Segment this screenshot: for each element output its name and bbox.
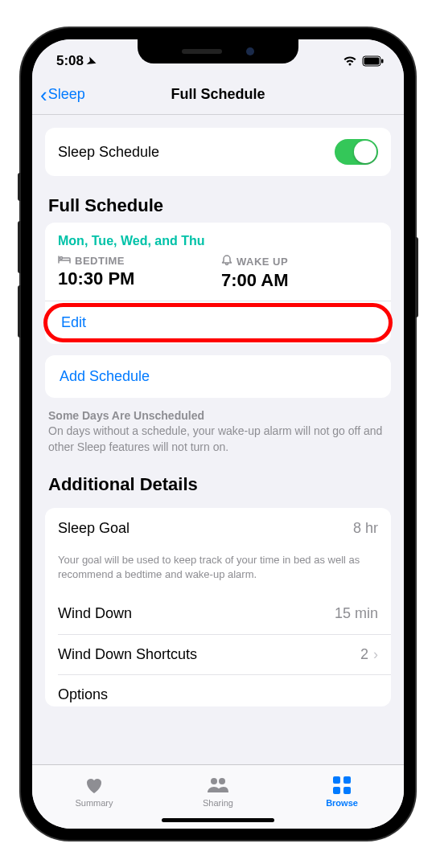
sleep-schedule-label: Sleep Schedule — [58, 144, 159, 161]
full-schedule-header: Full Schedule — [48, 195, 388, 216]
add-schedule-card: Add Schedule — [45, 355, 391, 398]
svg-rect-7 — [333, 787, 340, 794]
heart-icon — [84, 775, 105, 796]
notch — [138, 39, 298, 63]
bell-icon — [221, 255, 232, 268]
unscheduled-title: Some Days Are Unscheduled — [48, 409, 388, 422]
screen: 5:08 ➤ ‹ Sleep Full Schedule — [32, 39, 404, 829]
svg-rect-1 — [364, 58, 380, 65]
content-scroll[interactable]: Sleep Schedule Full Schedule Mon, Tue, W… — [32, 115, 404, 764]
bedtime-col: BEDTIME 10:30 PM — [58, 255, 215, 291]
power-button — [415, 237, 418, 317]
status-time: 5:08 — [56, 53, 84, 69]
wind-down-row[interactable]: Wind Down 15 min — [45, 594, 391, 634]
wifi-icon — [343, 55, 357, 67]
nav-bar: ‹ Sleep Full Schedule — [32, 75, 404, 115]
wind-down-value: 15 min — [335, 605, 378, 622]
tab-browse-label: Browse — [326, 798, 358, 808]
tab-summary-label: Summary — [75, 798, 113, 808]
options-row[interactable]: Options — [45, 675, 391, 706]
wakeup-label: WAKE UP — [237, 256, 288, 268]
tab-browse[interactable]: Browse — [280, 765, 404, 817]
tab-sharing-label: Sharing — [203, 798, 233, 808]
bedtime-value: 10:30 PM — [58, 268, 215, 289]
toggle-knob — [354, 141, 376, 163]
sleep-schedule-card: Sleep Schedule — [45, 128, 391, 176]
device-frame: 5:08 ➤ ‹ Sleep Full Schedule — [21, 28, 415, 840]
sleep-goal-label: Sleep Goal — [58, 520, 130, 537]
sleep-schedule-toggle[interactable] — [335, 139, 378, 165]
additional-details-header: Additional Details — [48, 474, 388, 495]
shortcuts-value: 2 — [360, 646, 368, 663]
sleep-goal-row[interactable]: Sleep Goal 8 hr — [45, 508, 391, 548]
bedtime-label: BEDTIME — [75, 255, 125, 267]
svg-point-4 — [219, 778, 225, 784]
add-schedule-label: Add Schedule — [60, 368, 150, 384]
unscheduled-body: On days without a schedule, your wake-up… — [48, 424, 388, 455]
people-icon — [206, 775, 230, 796]
wakeup-col: WAKE UP 7:00 AM — [221, 255, 378, 291]
location-arrow-icon: ➤ — [85, 53, 99, 68]
home-indicator[interactable] — [162, 818, 274, 822]
volume-up-button — [18, 221, 21, 273]
sleep-goal-footnote: Your goal will be used to keep track of … — [45, 548, 391, 593]
chevron-left-icon: ‹ — [40, 84, 47, 105]
wind-down-shortcuts-row[interactable]: Wind Down Shortcuts 2 › — [45, 634, 391, 674]
options-label: Options — [58, 686, 108, 703]
tab-summary[interactable]: Summary — [32, 765, 156, 817]
additional-details-card: Sleep Goal 8 hr Your goal will be used t… — [45, 508, 391, 706]
edit-schedule-button[interactable]: Edit — [45, 301, 391, 344]
chevron-right-icon: › — [373, 646, 378, 663]
back-button[interactable]: ‹ Sleep — [40, 84, 85, 105]
svg-rect-2 — [381, 59, 384, 63]
battery-icon — [362, 55, 385, 67]
schedule-days: Mon, Tue, Wed, and Thu — [58, 234, 378, 248]
add-schedule-button[interactable]: Add Schedule — [45, 355, 391, 398]
svg-rect-6 — [343, 776, 351, 784]
speaker-grille — [182, 49, 222, 54]
sleep-goal-value: 8 hr — [353, 520, 378, 537]
schedule-card: Mon, Tue, Wed, and Thu BEDTIME 10:30 PM — [45, 223, 391, 344]
tab-sharing[interactable]: Sharing — [156, 765, 280, 817]
svg-point-3 — [211, 778, 217, 784]
wakeup-value: 7:00 AM — [221, 270, 378, 291]
nav-title: Full Schedule — [171, 86, 265, 103]
shortcuts-label: Wind Down Shortcuts — [58, 646, 197, 663]
annotation-highlight — [43, 303, 393, 342]
back-label: Sleep — [48, 86, 85, 103]
wind-down-label: Wind Down — [58, 605, 132, 622]
svg-rect-5 — [333, 776, 340, 784]
bed-icon — [58, 255, 71, 267]
mute-switch — [18, 173, 21, 201]
volume-down-button — [18, 285, 21, 338]
front-camera — [246, 47, 254, 55]
edit-label: Edit — [61, 314, 86, 330]
grid-icon — [332, 775, 352, 796]
svg-rect-8 — [343, 787, 351, 794]
